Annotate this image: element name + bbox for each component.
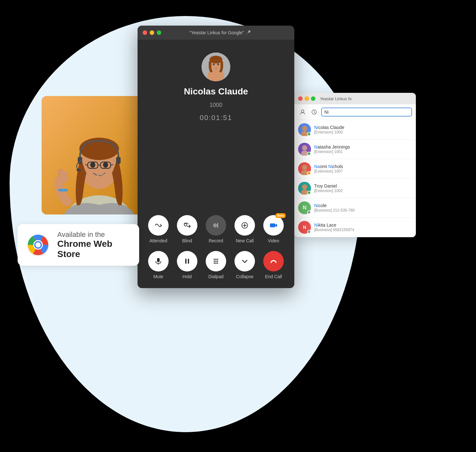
- video-label: Video: [268, 238, 279, 243]
- svg-rect-51: [275, 262, 276, 263]
- svg-rect-29: [213, 224, 214, 227]
- maximize-button[interactable]: [157, 30, 161, 35]
- mute-button[interactable]: Mute: [148, 251, 169, 279]
- svg-point-52: [301, 110, 304, 112]
- contact-toolbar: [294, 104, 416, 120]
- svg-rect-50: [271, 262, 272, 263]
- svg-rect-14: [116, 157, 121, 164]
- contact-search-input[interactable]: [321, 108, 412, 117]
- chrome-web-store-badge[interactable]: Available in the Chrome Web Store: [18, 224, 139, 266]
- svg-rect-17: [58, 189, 68, 191]
- nikita-info: Nikita Lace [Business] 6582155874: [314, 222, 412, 232]
- svg-point-7: [103, 162, 108, 168]
- contact-close-button[interactable]: [298, 96, 303, 101]
- troy-ext: [Extension] 1002: [314, 189, 412, 193]
- contact-item-natasha[interactable]: Natasha Jennings [Extension] 1001: [294, 140, 416, 159]
- nicolas-name: Nicolas Claude: [314, 125, 412, 130]
- end-call-button[interactable]: End Call: [263, 251, 284, 279]
- svg-rect-40: [188, 259, 189, 264]
- attended-transfer-button[interactable]: Attended: [148, 215, 169, 243]
- record-button[interactable]: Record: [206, 215, 226, 243]
- svg-point-43: [217, 259, 218, 260]
- contact-item-troy[interactable]: Troy Daniel [Extension] 1002: [294, 179, 416, 198]
- troy-avatar-wrap: [298, 182, 311, 195]
- nikita-avatar-wrap: N: [298, 221, 311, 234]
- video-button[interactable]: Beta Video: [263, 215, 284, 243]
- hold-button[interactable]: Hold: [177, 251, 197, 279]
- dialpad-label: Dialpad: [208, 274, 223, 279]
- svg-point-15: [76, 168, 81, 172]
- call-controls: Attended Blind: [138, 207, 294, 288]
- contacts-icon[interactable]: [298, 108, 307, 117]
- svg-rect-36: [270, 223, 275, 227]
- nicolas-avatar-wrap: [298, 123, 311, 136]
- svg-point-49: [217, 262, 218, 264]
- natasha-avatar-wrap: [298, 143, 311, 156]
- attended-circle: [148, 215, 169, 236]
- svg-point-45: [215, 261, 217, 262]
- natasha-status: [307, 152, 311, 156]
- svg-rect-37: [157, 258, 160, 262]
- collapse-button[interactable]: Collapse: [234, 251, 255, 279]
- hold-label: Hold: [183, 274, 192, 279]
- new-call-button[interactable]: New Call: [234, 215, 255, 243]
- naomi-ext: [Extension] 1007: [314, 169, 412, 174]
- end-call-circle: [263, 251, 284, 271]
- call-area: Nicolas Claude 1000 00:01:51: [138, 40, 294, 132]
- collapse-label: Collapse: [236, 274, 253, 279]
- phone-window: "Yeastar Linkus for Google" 🎤 Nicolas Cl…: [138, 26, 294, 288]
- troy-status: [307, 191, 311, 195]
- svg-point-47: [214, 262, 215, 264]
- svg-point-61: [302, 165, 307, 170]
- nicolas-ext: [Extension] 1000: [314, 130, 412, 134]
- blind-transfer-button[interactable]: Blind: [177, 215, 197, 243]
- chrome-logo-icon: [25, 232, 51, 258]
- contact-item-nicole[interactable]: N Nicole [Business] 212-535-760: [294, 198, 416, 218]
- contact-minimize-button[interactable]: [305, 96, 309, 101]
- svg-rect-32: [217, 223, 218, 228]
- call-timer: 00:01:51: [200, 114, 232, 122]
- close-button[interactable]: [143, 30, 147, 35]
- svg-point-48: [215, 262, 217, 264]
- minimize-button[interactable]: [150, 30, 154, 35]
- nicole-info: Nicole [Business] 212-535-760: [314, 203, 412, 213]
- svg-point-41: [214, 259, 215, 260]
- available-in-text: Available in the: [57, 230, 131, 239]
- svg-point-42: [215, 259, 217, 260]
- svg-point-21: [36, 242, 41, 247]
- beta-badge: Beta: [275, 213, 286, 218]
- nicole-ext: [Business] 212-535-760: [314, 208, 412, 213]
- mute-label: Mute: [153, 274, 163, 279]
- naomi-avatar-wrap: [298, 162, 311, 175]
- dialpad-button[interactable]: Dialpad: [206, 251, 226, 279]
- video-circle: Beta: [263, 215, 284, 236]
- svg-point-46: [217, 261, 218, 262]
- nicolas-info: Nicolas Claude [Extension] 1000: [314, 125, 412, 134]
- record-circle: [206, 215, 226, 236]
- contact-search-panel: Yeastar Linkus fo: [294, 93, 416, 237]
- new-call-label: New Call: [236, 238, 254, 243]
- nicole-name: Nicole: [314, 203, 412, 208]
- svg-point-44: [214, 261, 215, 262]
- contact-list: Nicolas Claude [Extension] 1000 N: [294, 120, 416, 237]
- svg-point-55: [302, 126, 307, 131]
- natasha-info: Natasha Jennings [Extension] 1001: [314, 144, 412, 154]
- contact-titlebar: Yeastar Linkus fo: [294, 93, 416, 104]
- svg-point-26: [213, 63, 215, 66]
- controls-row-1: Attended Blind: [144, 215, 288, 243]
- nicole-avatar-wrap: N: [298, 201, 311, 214]
- end-call-label: End Call: [265, 274, 282, 279]
- recents-icon[interactable]: [310, 108, 319, 117]
- caller-name: Nicolas Claude: [184, 86, 248, 97]
- window-title: "Yeastar Linkus for Google" 🎤: [164, 30, 276, 35]
- contact-item-naomi[interactable]: Naomi Nichols [Extension] 1007: [294, 159, 416, 179]
- window-titlebar: "Yeastar Linkus for Google" 🎤: [138, 26, 294, 40]
- controls-row-2: Mute Hold: [144, 251, 288, 279]
- contact-item-nicolas[interactable]: Nicolas Claude [Extension] 1000: [294, 120, 416, 140]
- svg-rect-39: [185, 259, 186, 264]
- nikita-name: Nikita Lace: [314, 222, 412, 228]
- record-label: Record: [209, 238, 223, 243]
- blind-label: Blind: [182, 238, 192, 243]
- contact-item-nikita[interactable]: N Nikita Lace [Business] 6582155874: [294, 218, 416, 237]
- contact-maximize-button[interactable]: [311, 96, 315, 101]
